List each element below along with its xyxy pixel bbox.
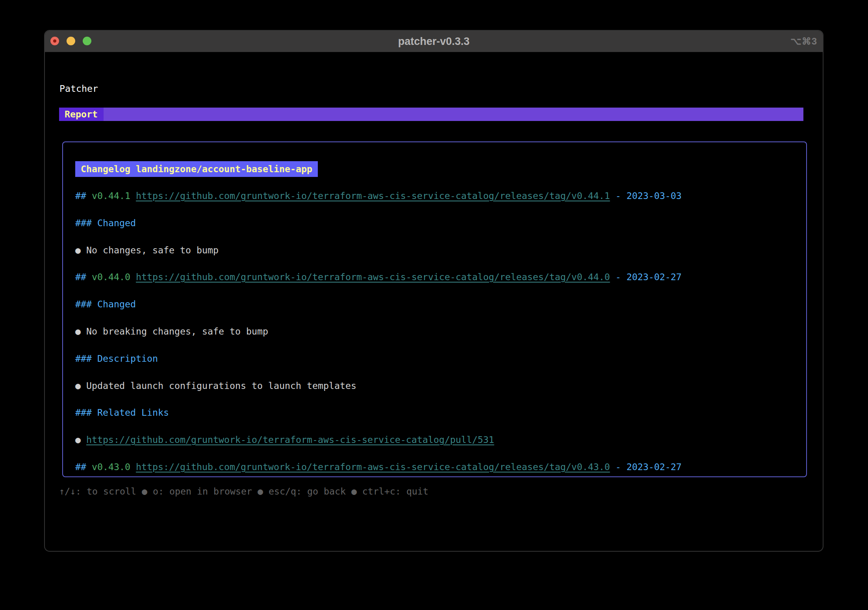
- changelog-line-heading: ### Description: [75, 352, 158, 365]
- changelog-line-heading: ### Changed: [75, 216, 136, 230]
- release-link[interactable]: https://github.com/gruntwork-io/terrafor…: [136, 272, 610, 282]
- changelog-line-heading: ### Related Links: [75, 406, 169, 419]
- changelog-panel: Changelog landingzone/account-baseline-a…: [62, 141, 807, 477]
- release-date: - 2023-02-27: [610, 272, 682, 282]
- terminal-window: patcher-v0.3.3 ⌥⌘3 Patcher Report Change…: [44, 30, 823, 552]
- changelog-line-release: ## v0.44.1 https://github.com/gruntwork-…: [75, 189, 682, 203]
- bullet-item-text: ● No breaking changes, safe to bump: [75, 326, 268, 337]
- desktop-background: patcher-v0.3.3 ⌥⌘3 Patcher Report Change…: [0, 0, 868, 610]
- bullet-item-text: ● Updated launch configurations to launc…: [75, 380, 356, 391]
- tab-report[interactable]: Report: [59, 108, 104, 121]
- help-bar: ↑/↓: to scroll ● o: open in browser ● es…: [59, 485, 428, 498]
- changelog-header: Changelog landingzone/account-baseline-a…: [75, 161, 318, 177]
- bullet-item-text: ● No changes, safe to bump: [75, 245, 219, 255]
- window-titlebar[interactable]: patcher-v0.3.3 ⌥⌘3: [45, 31, 823, 52]
- markdown-h3-heading: ### Related Links: [75, 407, 169, 418]
- changelog-line-bullet: ● No breaking changes, safe to bump: [75, 325, 268, 338]
- release-version: v0.44.1: [92, 190, 136, 201]
- release-version: v0.44.0: [92, 272, 136, 282]
- changelog-line-bullet: ● Updated launch configurations to launc…: [75, 379, 356, 392]
- markdown-h3-heading: ### Changed: [75, 299, 136, 309]
- bullet-marker: ●: [75, 434, 86, 445]
- changelog-line-release: ## v0.44.0 https://github.com/gruntwork-…: [75, 270, 682, 284]
- release-date: - 2023-03-03: [610, 190, 682, 201]
- release-version: v0.43.0: [92, 461, 136, 472]
- window-title: patcher-v0.3.3: [45, 31, 823, 52]
- bullet-link[interactable]: https://github.com/gruntwork-io/terrafor…: [86, 434, 494, 445]
- markdown-h2-hashes: ##: [75, 272, 92, 282]
- release-link[interactable]: https://github.com/gruntwork-io/terrafor…: [136, 190, 610, 201]
- changelog-line-release: ## v0.43.0 https://github.com/gruntwork-…: [75, 460, 682, 474]
- changelog-line-heading: ### Changed: [75, 298, 136, 311]
- markdown-h3-heading: ### Description: [75, 353, 158, 364]
- markdown-h2-hashes: ##: [75, 461, 92, 472]
- markdown-h3-heading: ### Changed: [75, 218, 136, 228]
- changelog-line-bullet: ● No changes, safe to bump: [75, 244, 219, 257]
- changelog-line-bullet_link: ● https://github.com/gruntwork-io/terraf…: [75, 433, 494, 446]
- release-link[interactable]: https://github.com/gruntwork-io/terrafor…: [136, 461, 610, 472]
- release-date: - 2023-02-27: [610, 461, 682, 472]
- tab-bar: Report: [59, 108, 803, 121]
- window-shortcut-hint: ⌥⌘3: [790, 31, 817, 52]
- app-heading: Patcher: [59, 82, 98, 95]
- markdown-h2-hashes: ##: [75, 190, 92, 201]
